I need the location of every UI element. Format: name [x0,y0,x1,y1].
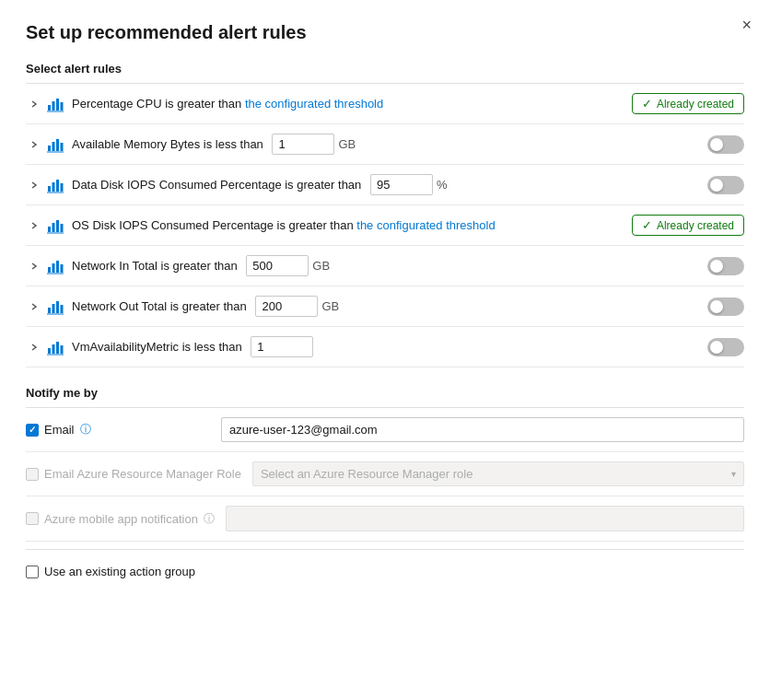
rule-text-disk_iops: Data Disk IOPS Consumed Percentage is gr… [72,174,707,195]
toggle-network_in[interactable] [707,257,744,275]
chevron-icon-network_out[interactable] [26,298,42,315]
action-group-checkbox-label[interactable]: Use an existing action group [26,565,210,578]
rule-input-memory[interactable] [272,134,334,155]
rule-row-cpu: Percentage CPU is greater than the confi… [26,84,744,124]
email-input[interactable] [221,417,744,442]
rule-row-network_out: Network Out Total is greater than GB [26,286,744,327]
toggle-track-memory[interactable] [707,135,744,154]
role-select: Select an Azure Resource Manager role ▾ [252,461,744,486]
svg-rect-28 [61,305,64,313]
notify-section: Notify me by Email ⓘ Email Azure Resourc… [26,386,744,586]
rule-input-group-network_in: GB [246,255,330,276]
rule-row-memory: Available Memory Bytes is less than GB [26,124,744,165]
svg-rect-0 [48,105,51,111]
svg-rect-5 [48,146,51,151]
rule-input-group-vm_availability [251,336,313,357]
rule-row-vm_availability: VmAvailabilityMetric is less than [26,327,744,368]
rule-highlight-os_disk: the configurated threshold [356,218,495,232]
svg-rect-10 [48,186,51,192]
rule-text-network_out: Network Out Total is greater than GB [72,296,707,317]
rule-input-group-network_out: GB [255,296,339,317]
rule-input-disk_iops[interactable] [370,174,433,195]
svg-rect-1 [52,101,55,111]
toggle-disk_iops[interactable] [707,176,744,194]
role-select-arrow-icon: ▾ [731,469,736,479]
rule-input-network_in[interactable] [246,255,309,276]
svg-rect-22 [56,261,59,273]
metric-icon-os_disk [46,216,64,235]
rule-highlight-cpu: the configurated threshold [245,97,383,111]
metric-icon-cpu [46,95,64,113]
rule-unit-disk_iops: % [437,178,448,192]
metric-icon-memory [46,135,64,154]
svg-rect-3 [61,102,64,111]
svg-rect-18 [61,224,64,232]
email-role-checkbox [26,468,39,481]
rule-input-network_out[interactable] [255,296,318,317]
toggle-thumb-memory [710,138,723,151]
email-info-icon[interactable]: ⓘ [80,422,91,438]
rule-text-before-memory: Available Memory Bytes is less than [72,137,263,151]
toggle-thumb-network_in [710,260,723,273]
already-created-label-os_disk: Already created [657,219,734,232]
email-notify-row: Email ⓘ [26,408,744,452]
toggle-track-network_out[interactable] [707,298,744,316]
toggle-vm_availability[interactable] [707,338,744,356]
chevron-icon-cpu[interactable] [26,96,42,112]
close-button[interactable]: × [741,17,752,33]
toggle-thumb-disk_iops [710,179,723,192]
dialog-title: Set up recommended alert rules [26,22,744,43]
rule-text-before-vm_availability: VmAvailabilityMetric is less than [72,340,242,354]
svg-rect-23 [61,264,64,273]
role-select-placeholder: Select an Azure Resource Manager role [261,467,473,481]
rule-input-group-disk_iops: % [370,174,448,195]
rule-row-os_disk: OS Disk IOPS Consumed Percentage is grea… [26,205,744,246]
metric-icon-disk_iops [46,176,64,194]
rule-row-network_in: Network In Total is greater than GB [26,246,744,286]
email-checkbox-label[interactable]: Email ⓘ [26,422,210,438]
toggle-thumb-vm_availability [710,341,723,354]
chevron-icon-disk_iops[interactable] [26,177,42,193]
notify-section-label: Notify me by [26,386,744,400]
rule-text-before-os_disk: OS Disk IOPS Consumed Percentage is grea… [72,218,354,232]
toggle-track-network_in[interactable] [707,257,744,275]
toggle-track-disk_iops[interactable] [707,176,744,194]
chevron-icon-vm_availability[interactable] [26,339,42,356]
email-role-label: Email Azure Resource Manager Role [44,467,241,481]
rule-text-before-network_out: Network Out Total is greater than [72,299,247,313]
email-checkbox[interactable] [26,424,39,437]
already-created-label-cpu: Already created [657,98,734,111]
rule-unit-network_in: GB [312,259,330,273]
alert-rules-section-label: Select alert rules [26,62,744,76]
svg-rect-30 [48,348,51,354]
svg-rect-16 [52,223,55,232]
already-created-badge-cpu: ✓ Already created [632,93,744,114]
svg-rect-8 [61,143,64,151]
svg-rect-27 [56,301,59,313]
email-role-checkbox-label: Email Azure Resource Manager Role [26,467,241,481]
rule-text-vm_availability: VmAvailabilityMetric is less than [72,336,707,357]
toggle-memory[interactable] [707,135,744,154]
chevron-icon-os_disk[interactable] [26,217,42,234]
rule-unit-memory: GB [338,137,356,151]
rule-text-os_disk: OS Disk IOPS Consumed Percentage is grea… [72,218,632,232]
svg-rect-2 [56,99,59,111]
toggle-network_out[interactable] [707,298,744,316]
chevron-icon-memory[interactable] [26,136,42,153]
svg-rect-15 [48,227,51,232]
metric-icon-network_in [46,257,64,275]
toggle-track-vm_availability[interactable] [707,338,744,356]
svg-rect-32 [56,342,59,354]
svg-rect-25 [48,308,51,313]
svg-rect-33 [61,345,64,354]
mobile-label: Azure mobile app notification [44,512,198,526]
rule-input-vm_availability[interactable] [251,336,313,357]
mobile-input [226,506,744,531]
svg-rect-11 [52,182,55,192]
setup-alert-rules-dialog: Set up recommended alert rules × Select … [0,0,770,700]
rule-text-before-disk_iops: Data Disk IOPS Consumed Percentage is gr… [72,178,361,192]
action-group-checkbox[interactable] [26,566,39,578]
mobile-notify-row: Azure mobile app notification ⓘ [26,496,744,542]
chevron-icon-network_in[interactable] [26,258,42,274]
action-group-row: Use an existing action group [26,550,744,586]
